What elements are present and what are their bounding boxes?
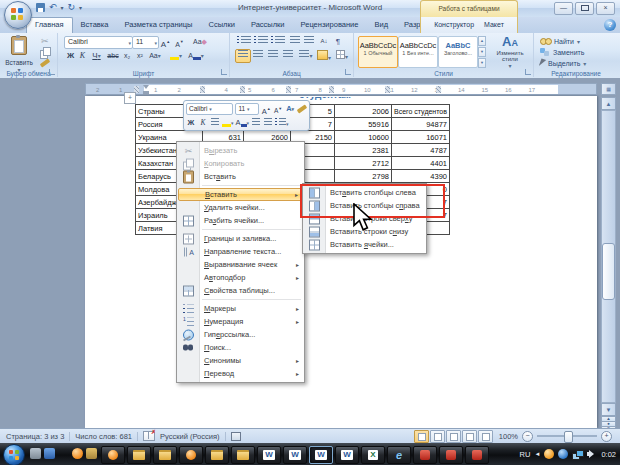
mini-font-color-button[interactable]: А▾ bbox=[236, 118, 250, 129]
numbering-button[interactable] bbox=[252, 35, 270, 49]
view-button[interactable] bbox=[446, 430, 461, 443]
strikethrough-button[interactable]: abc bbox=[105, 49, 121, 63]
line-spacing-button[interactable]: ▾ bbox=[297, 49, 315, 63]
zoom-level[interactable]: 100% bbox=[499, 432, 518, 441]
taskbar-window-button[interactable] bbox=[335, 446, 359, 464]
word-count[interactable]: Число слов: 681 bbox=[75, 432, 132, 441]
menu-item-text-direction[interactable]: А Направление текста... bbox=[178, 245, 303, 258]
zoom-slider[interactable] bbox=[537, 435, 597, 437]
restore-button[interactable] bbox=[575, 2, 594, 15]
zoom-in-button[interactable]: + bbox=[601, 431, 612, 442]
start-button[interactable] bbox=[3, 444, 25, 465]
horizontal-ruler[interactable]: 2 1 1234567891011121314151617 bbox=[85, 83, 597, 95]
clear-formatting-button[interactable]: Aa◆ bbox=[190, 35, 210, 49]
decrease-indent-button[interactable] bbox=[287, 35, 302, 49]
subscript-button[interactable]: x₂ bbox=[120, 49, 134, 63]
mini-bullets-button[interactable]: ▾ bbox=[275, 118, 289, 129]
table-column-marker[interactable] bbox=[385, 86, 390, 93]
redo-icon[interactable]: ↻ bbox=[68, 2, 76, 13]
submenu-item-insert-rows-below[interactable]: Вставить строки снизу bbox=[304, 225, 425, 238]
taskbar-window-button[interactable] bbox=[231, 446, 255, 464]
volume-icon[interactable] bbox=[587, 449, 597, 459]
menu-item-table-properties[interactable]: Свойства таблицы... bbox=[178, 284, 303, 297]
align-center-button[interactable] bbox=[250, 49, 266, 63]
menu-item-numbering[interactable]: 1 Нумерация ▸ bbox=[178, 315, 303, 328]
font-size-combo[interactable]: 11▾ bbox=[132, 36, 159, 49]
taskbar-window-button[interactable] bbox=[465, 446, 489, 464]
tray-collapse-icon[interactable]: ◄ bbox=[534, 451, 540, 457]
table-column-marker[interactable] bbox=[436, 86, 441, 93]
view-button[interactable] bbox=[414, 430, 429, 443]
view-button[interactable] bbox=[462, 430, 477, 443]
format-painter-icon[interactable] bbox=[40, 58, 50, 67]
undo-dropdown-icon[interactable]: ▾ bbox=[61, 4, 64, 11]
paragraph-dialog-launcher[interactable] bbox=[345, 69, 351, 75]
submenu-item-insert-columns-right[interactable]: Вставить столбцы справа bbox=[304, 199, 425, 212]
help-button[interactable]: ? bbox=[604, 19, 616, 31]
shrink-font-button[interactable]: A▼ bbox=[172, 35, 187, 49]
borders-button[interactable]: ▾ bbox=[333, 49, 351, 63]
style-normal[interactable]: AaBbCcDc 1 Обычный bbox=[358, 36, 398, 68]
styles-gallery-scroll[interactable]: ▲▼▼ bbox=[478, 36, 486, 66]
quick-launch-icon[interactable] bbox=[58, 448, 69, 459]
menu-item-split-cells[interactable]: Разбить ячейки... bbox=[178, 214, 303, 227]
menu-item-insert[interactable]: Вставить ▸ bbox=[178, 188, 303, 201]
tab-recenzirovanie[interactable]: Рецензирование bbox=[293, 17, 367, 33]
indent-marker[interactable] bbox=[143, 85, 150, 95]
ruler-toggle-button[interactable]: ▦ bbox=[601, 83, 616, 95]
highlight-button[interactable]: ▾ bbox=[166, 49, 186, 63]
menu-item-autofit[interactable]: Автоподбор ▸ bbox=[178, 271, 303, 284]
mini-italic-button[interactable]: К bbox=[198, 118, 208, 129]
multilevel-list-button[interactable] bbox=[269, 35, 287, 49]
keyboard-language[interactable]: RU bbox=[520, 450, 531, 459]
scrollbar-thumb[interactable] bbox=[602, 243, 615, 300]
taskbar-window-button[interactable] bbox=[101, 446, 125, 464]
table-column-marker[interactable] bbox=[286, 86, 291, 93]
grow-font-button[interactable]: A▲ bbox=[158, 35, 173, 49]
taskbar-window-button[interactable] bbox=[413, 446, 437, 464]
page-indicator[interactable]: Страница: 3 из 3 bbox=[6, 432, 64, 441]
macro-record-icon[interactable] bbox=[231, 432, 241, 441]
style-no-spacing[interactable]: AaBbCcDc 1 Без инте... bbox=[398, 36, 438, 68]
table-column-marker[interactable] bbox=[240, 86, 245, 93]
language-indicator[interactable]: Русский (Россия) bbox=[160, 432, 220, 441]
change-styles-button[interactable]: AA Изменить стили ▾ bbox=[490, 35, 530, 69]
view-button[interactable] bbox=[430, 430, 445, 443]
font-dialog-launcher[interactable] bbox=[221, 69, 227, 75]
clipboard-dialog-launcher[interactable] bbox=[49, 69, 55, 75]
quick-launch-icon[interactable] bbox=[30, 448, 41, 459]
menu-item-copy[interactable]: Копировать bbox=[178, 157, 303, 170]
taskbar-window-button[interactable] bbox=[205, 446, 229, 464]
underline-button[interactable]: Ч▾ bbox=[88, 49, 105, 63]
quick-launch-icon[interactable] bbox=[86, 448, 97, 459]
styles-dialog-launcher[interactable] bbox=[525, 69, 531, 75]
minimize-button[interactable]: — bbox=[554, 2, 573, 15]
menu-item-search[interactable]: Поиск... bbox=[178, 341, 303, 354]
menu-item-bullets[interactable]: Маркеры ▸ bbox=[178, 302, 303, 315]
mini-decrease-indent-button[interactable] bbox=[251, 118, 261, 129]
qat-customize-icon[interactable]: ▾ bbox=[79, 4, 82, 11]
undo-icon[interactable]: ↶ bbox=[49, 2, 57, 13]
menu-item-delete-cells[interactable]: Удалить ячейки... bbox=[178, 201, 303, 214]
paste-button[interactable]: Вставить ▾ bbox=[4, 34, 34, 73]
update-tray-icon[interactable] bbox=[558, 449, 568, 459]
scroll-up-button[interactable]: ▲ bbox=[601, 97, 616, 110]
bullets-button[interactable] bbox=[235, 35, 253, 49]
justify-button[interactable] bbox=[280, 49, 296, 63]
mini-center-button[interactable] bbox=[210, 118, 220, 129]
sort-button[interactable]: А↓ bbox=[316, 35, 332, 49]
show-marks-button[interactable]: ¶ bbox=[331, 35, 345, 49]
tab-razmetka[interactable]: Разметка страницы bbox=[116, 17, 200, 33]
mini-increase-indent-button[interactable] bbox=[263, 118, 273, 129]
save-icon[interactable] bbox=[36, 3, 45, 12]
menu-item-hyperlink[interactable]: Гиперссылка... bbox=[178, 328, 303, 341]
taskbar-window-button[interactable] bbox=[153, 446, 177, 464]
zoom-slider-thumb[interactable] bbox=[564, 431, 573, 443]
taskbar-window-button[interactable] bbox=[309, 446, 333, 464]
taskbar-window-button[interactable] bbox=[439, 446, 463, 464]
menu-item-translate[interactable]: Перевод ▸ bbox=[178, 367, 303, 380]
taskbar-window-button[interactable] bbox=[127, 446, 151, 464]
messenger-tray-icon[interactable] bbox=[544, 449, 554, 459]
align-right-button[interactable] bbox=[265, 49, 281, 63]
tab-rassylki[interactable]: Рассылки bbox=[243, 17, 293, 33]
